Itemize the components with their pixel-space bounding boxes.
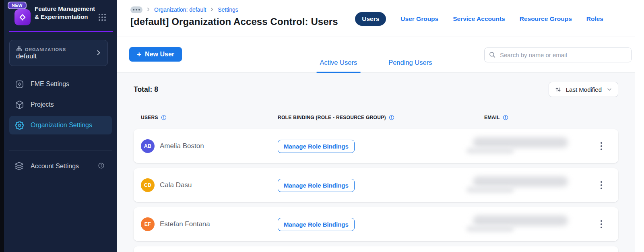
- chevron-right-icon: [146, 6, 151, 13]
- breadcrumb-ellipsis-button[interactable]: [130, 6, 142, 13]
- user-list-panel: Total: 8 Last Modified USERS: [117, 73, 635, 252]
- column-header-users: USERS: [141, 115, 278, 120]
- org-selector-label: ORGANIZATIONS: [25, 47, 66, 52]
- info-icon[interactable]: [161, 115, 167, 120]
- table-row: EF Estefan Fontana Manage Role Bindings: [134, 207, 618, 241]
- info-icon[interactable]: [389, 115, 394, 120]
- sidebar-accent-rule: [9, 31, 113, 32]
- layers-icon: [14, 161, 24, 171]
- manage-role-bindings-button[interactable]: Manage Role Bindings: [278, 179, 355, 192]
- tab-resource-groups[interactable]: Resource Groups: [520, 15, 572, 23]
- tab-pending-users[interactable]: Pending Users: [385, 59, 435, 73]
- sidebar-item-label: Account Settings: [31, 163, 79, 170]
- org-selector-value: default: [16, 52, 37, 60]
- toolbar: + New User Active Users Pending Users: [117, 37, 635, 73]
- new-user-button-label: New User: [145, 51, 174, 58]
- sidebar-item-projects[interactable]: Projects: [9, 95, 112, 114]
- product-title: Feature Management & Experimentation: [35, 5, 99, 21]
- organization-selector[interactable]: ORGANIZATIONS default: [9, 40, 108, 66]
- row-menu-kebab-icon[interactable]: [597, 178, 606, 192]
- table-header-row: USERS ROLE BINDING (ROLE - RESOURCE GROU…: [134, 115, 618, 120]
- row-menu-kebab-icon[interactable]: [597, 217, 606, 231]
- manage-role-bindings-button[interactable]: Manage Role Bindings: [278, 218, 355, 231]
- chevron-right-icon: [95, 49, 103, 58]
- sidebar-item-label: Organization Settings: [31, 122, 92, 129]
- column-header-role-binding: ROLE BINDING (ROLE - RESOURCE GROUP): [278, 115, 484, 120]
- app-switcher-grid-icon[interactable]: [98, 13, 107, 23]
- column-header-email: EMAIL: [484, 115, 597, 120]
- cube-icon: [14, 100, 24, 109]
- new-badge: NEW: [8, 2, 27, 9]
- sidebar-item-label: FME Settings: [31, 81, 69, 88]
- table-row: AB Amelia Boston Manage Role Bindings: [134, 129, 618, 163]
- sort-dropdown[interactable]: Last Modified: [549, 82, 618, 97]
- sidebar-divider: [9, 151, 112, 151]
- new-user-button[interactable]: + New User: [129, 47, 182, 62]
- sidebar-item-organization-settings[interactable]: Organization Settings: [9, 116, 112, 134]
- breadcrumb-link-settings[interactable]: Settings: [218, 6, 238, 13]
- breadcrumb-link-organization[interactable]: Organization: default: [154, 6, 206, 13]
- sidebar-item-label: Projects: [31, 101, 54, 108]
- sidebar: NEW Feature Management & Experimentation: [4, 0, 117, 252]
- user-list-tabs: Active Users Pending Users: [317, 59, 436, 73]
- chevron-right-icon: [210, 6, 214, 13]
- tab-roles[interactable]: Roles: [586, 15, 603, 23]
- table-row: [134, 246, 618, 252]
- main-content: Organization: default Settings [default]…: [117, 0, 635, 252]
- manage-role-bindings-button[interactable]: Manage Role Bindings: [278, 140, 355, 153]
- info-icon[interactable]: [503, 115, 508, 120]
- search-input[interactable]: [484, 48, 632, 62]
- avatar: CD: [141, 178, 155, 192]
- sort-arrows-icon: [555, 86, 561, 93]
- gear-icon: [14, 120, 24, 130]
- tab-users[interactable]: Users: [355, 12, 386, 26]
- avatar: EF: [141, 217, 155, 231]
- user-name: Estefan Fontana: [160, 220, 210, 228]
- row-menu-kebab-icon[interactable]: [597, 139, 606, 153]
- search-icon: [489, 51, 496, 58]
- search-box: [484, 48, 632, 62]
- total-count: Total: 8: [134, 85, 158, 94]
- tab-active-users[interactable]: Active Users: [317, 59, 361, 73]
- tab-service-accounts[interactable]: Service Accounts: [453, 15, 505, 23]
- sidebar-item-account-settings[interactable]: Account Settings: [9, 157, 112, 176]
- fme-outline-icon: [14, 79, 24, 89]
- page-header: Organization: default Settings [default]…: [117, 0, 635, 37]
- email-redacted: [473, 212, 597, 236]
- user-name: Amelia Boston: [160, 142, 204, 150]
- sort-dropdown-label: Last Modified: [566, 86, 602, 93]
- user-name: Cala Dasu: [160, 181, 192, 189]
- background-window-edge: [0, 0, 4, 252]
- chevron-down-icon: [606, 86, 613, 93]
- email-redacted: [473, 173, 597, 197]
- fme-logo-icon: [14, 9, 31, 25]
- email-redacted: [473, 134, 597, 158]
- avatar: AB: [141, 139, 155, 153]
- sidebar-item-fme-settings[interactable]: FME Settings: [9, 75, 112, 93]
- info-icon[interactable]: [98, 162, 105, 171]
- tab-user-groups[interactable]: User Groups: [400, 15, 438, 23]
- plus-icon: +: [137, 51, 141, 58]
- access-control-nav: Users User Groups Service Accounts Resou…: [355, 12, 603, 26]
- table-row: CD Cala Dasu Manage Role Bindings: [134, 168, 618, 202]
